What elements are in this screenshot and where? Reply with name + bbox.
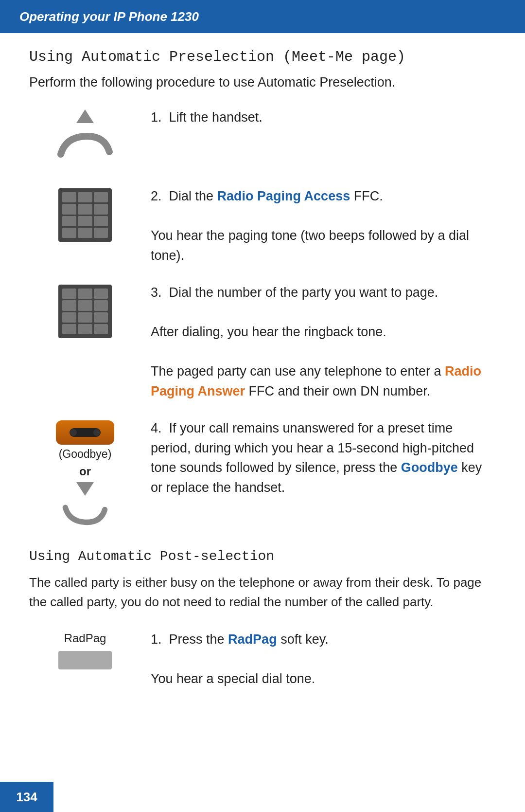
radio-paging-access-link: Radio Paging Access [217, 189, 350, 203]
header-title: Operating your IP Phone 1230 [19, 9, 199, 24]
svg-point-2 [93, 429, 100, 436]
key [94, 192, 108, 202]
step3-number: 3. [151, 285, 169, 300]
footer-bar: 134 [0, 782, 53, 812]
section2-step1-before: Press the [169, 632, 228, 647]
header-bar: Operating your IP Phone 1230 [0, 0, 525, 33]
key [62, 216, 76, 226]
step2-sub: You hear the paging tone (two beeps foll… [151, 228, 469, 263]
arrow-up-icon [76, 109, 94, 123]
section2-description: The called party is either busy on the t… [29, 573, 496, 612]
step3-text: 3. Dial the number of the party you want… [141, 283, 496, 401]
key [62, 289, 76, 299]
radpag-label: RadPag [64, 632, 106, 645]
key [78, 289, 92, 299]
keypad-icon-1 [58, 188, 112, 242]
step2-after: FFC. [350, 189, 383, 203]
key [94, 204, 108, 214]
key [78, 324, 92, 334]
section2-step1-number: 1. [151, 632, 169, 647]
section2-step1-icon: RadPag [29, 630, 141, 669]
key [78, 192, 92, 202]
key [94, 289, 108, 299]
steps-container: 1. Lift the handset. [29, 108, 496, 529]
section1-title: Using Automatic Preselection (Meet-Me pa… [29, 49, 496, 65]
step3-sub2-after: FFC and their own DN number. [245, 384, 430, 398]
step1-number: 1. [151, 110, 169, 125]
key [62, 204, 76, 214]
arrow-down-icon [76, 482, 94, 496]
goodbye-label: (Goodbye) [59, 448, 112, 461]
softkey-button-icon [58, 651, 112, 669]
svg-point-1 [70, 429, 77, 436]
key [62, 324, 76, 334]
key [78, 312, 92, 323]
or-label: or [79, 465, 91, 478]
section2-step1-text: 1. Press the RadPag soft key. You hear a… [141, 630, 496, 689]
section2-step1-sub: You hear a special dial tone. [151, 671, 315, 686]
handset-icon [51, 125, 119, 169]
step1-icon [29, 108, 141, 169]
key [94, 228, 108, 238]
key [62, 312, 76, 323]
handset-replace-icon [56, 498, 114, 529]
goodbye-button-icon [56, 420, 114, 445]
key [94, 300, 108, 310]
page-number: 134 [16, 790, 37, 805]
section1-intro: Perform the following procedure to use A… [29, 75, 496, 90]
goodbye-phone-svg [66, 424, 105, 441]
step3-sub2-before: The paged party can use any telephone to… [151, 364, 445, 379]
key [94, 216, 108, 226]
key [78, 216, 92, 226]
key [78, 300, 92, 310]
step4-text: 4. If your call remains unanswered for a… [141, 418, 496, 497]
step-row-2: 2. Dial the Radio Paging Access FFC. You… [29, 186, 496, 265]
key [78, 228, 92, 238]
step2-text: 2. Dial the Radio Paging Access FFC. You… [141, 186, 496, 265]
step3-sub1: After dialing, you hear the ringback ton… [151, 325, 386, 339]
key [62, 300, 76, 310]
goodbye-key-link: Goodbye [401, 460, 458, 475]
step2-number: 2. [151, 189, 169, 203]
step4-number: 4. [151, 421, 169, 435]
step3-icon [29, 283, 141, 338]
radpag-softkey-link: RadPag [228, 632, 277, 647]
step4-icon: (Goodbye) or [29, 418, 141, 529]
step3-main: Dial the number of the party you want to… [169, 285, 438, 300]
key [94, 324, 108, 334]
section2-title: Using Automatic Post-selection [29, 549, 496, 564]
section2-steps: RadPag 1. Press the RadPag soft key. You… [29, 630, 496, 689]
main-content: Using Automatic Preselection (Meet-Me pa… [0, 49, 525, 737]
keypad-icon-2 [58, 285, 112, 338]
step1-text: 1. Lift the handset. [141, 108, 496, 127]
key [62, 228, 76, 238]
step1-content: Lift the handset. [169, 110, 262, 125]
step-row-4: (Goodbye) or 4. If your call remains una… [29, 418, 496, 529]
section2-step-row-1: RadPag 1. Press the RadPag soft key. You… [29, 630, 496, 689]
step2-icon [29, 186, 141, 242]
step2-before: Dial the [169, 189, 217, 203]
step-row-1: 1. Lift the handset. [29, 108, 496, 169]
key [94, 312, 108, 323]
key [62, 192, 76, 202]
step-row-3: 3. Dial the number of the party you want… [29, 283, 496, 401]
key [78, 204, 92, 214]
section2-step1-after: soft key. [277, 632, 329, 647]
